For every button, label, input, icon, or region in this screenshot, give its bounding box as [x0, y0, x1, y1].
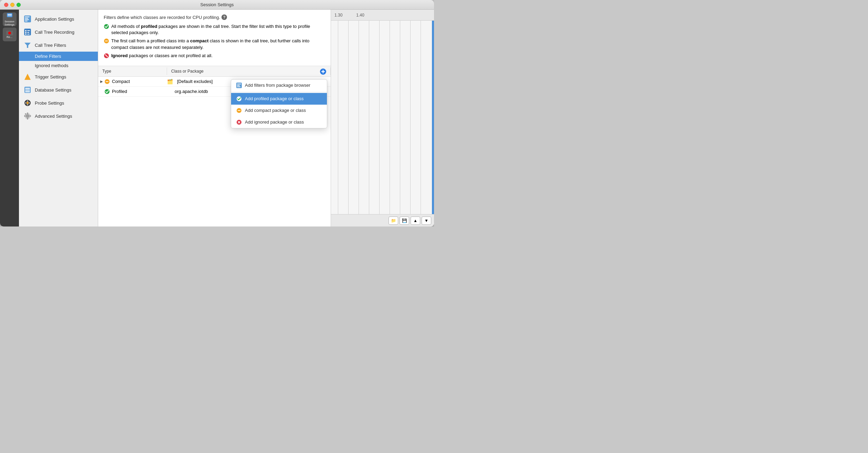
- timeline-line: [410, 21, 411, 214]
- up-button[interactable]: ▲: [411, 217, 420, 225]
- type-column-header: Type: [98, 67, 167, 75]
- timeline-line: [421, 21, 421, 214]
- compact-row-icon: [104, 78, 111, 85]
- main-window: Session Settings SessionSettings Re...: [0, 0, 434, 226]
- probe-settings-icon: [24, 99, 31, 107]
- timeline-panel: 1.30 1.40: [331, 10, 434, 226]
- filter-table: Type Class or Package ▶: [98, 66, 331, 226]
- app-sidebar: SessionSettings Re...: [0, 10, 19, 226]
- sidebar-item-database-settings[interactable]: Database Settings: [19, 83, 98, 96]
- add-compact-icon: [236, 107, 242, 114]
- folder-button[interactable]: 📁: [389, 217, 398, 225]
- add-filter-dropdown: Add filters from package browser Add pro…: [231, 79, 327, 128]
- svg-rect-42: [105, 41, 108, 41]
- compact-text: The first call from a profiled class int…: [111, 38, 325, 50]
- sidebar-item-trigger-settings[interactable]: Trigger Settings: [19, 70, 98, 83]
- compact-minus-icon: [104, 38, 109, 45]
- down-button[interactable]: ▼: [422, 217, 431, 225]
- svg-point-13: [25, 30, 27, 31]
- svg-rect-35: [27, 113, 28, 114]
- trigger-settings-icon: [24, 73, 31, 81]
- save-icon: 💾: [402, 218, 407, 223]
- save-button[interactable]: 💾: [400, 217, 409, 225]
- advanced-settings-icon: [24, 112, 31, 120]
- sidebar-item-call-tree-recording[interactable]: Call Tree Recording: [19, 25, 98, 39]
- add-from-browser-label: Add filters from package browser: [245, 83, 310, 88]
- add-profiled-icon: [236, 96, 242, 102]
- svg-point-17: [25, 33, 27, 35]
- help-icon[interactable]: ?: [221, 14, 227, 20]
- title-bar: Session Settings: [0, 0, 434, 10]
- sidebar-item-call-tree-filters[interactable]: Call Tree Filters: [19, 39, 98, 52]
- add-compact-item[interactable]: Add compact package or class: [231, 105, 327, 116]
- add-ignored-item[interactable]: Add ignored package or class: [231, 116, 327, 128]
- add-ignored-label: Add ignored package or class: [245, 119, 304, 125]
- compact-type-label: Compact: [112, 79, 167, 84]
- folder-icon: 📁: [391, 218, 396, 223]
- call-tree-recording-label: Call Tree Recording: [35, 30, 74, 35]
- expand-icon[interactable]: ▶: [98, 80, 104, 83]
- probe-settings-label: Probe Settings: [35, 101, 64, 106]
- content-header: Filters define which classes are recorde…: [98, 10, 331, 66]
- timeline-line: [369, 21, 369, 214]
- record-icon: [6, 31, 13, 35]
- call-tree-filters-label: Call Tree Filters: [35, 43, 66, 48]
- main-content: Filters define which classes are recorde…: [98, 10, 331, 226]
- svg-point-5: [8, 32, 11, 34]
- timeline-blue-scrollbar[interactable]: [432, 21, 434, 214]
- svg-rect-36: [27, 118, 28, 119]
- session-icon: [6, 12, 13, 19]
- add-profiled-item[interactable]: Add profiled package or class: [231, 93, 327, 105]
- info-line-ignored: Ignored packages or classes are not prof…: [104, 53, 325, 60]
- timeline-toolbar: 📁 💾 ▲ ▼: [331, 214, 434, 226]
- add-from-browser-item[interactable]: Add filters from package browser: [231, 80, 327, 91]
- timeline-line: [400, 21, 400, 214]
- add-profiled-label: Add profiled package or class: [245, 96, 304, 101]
- folder-icon: 🗂️: [167, 79, 173, 84]
- traffic-lights: [4, 3, 21, 7]
- database-settings-icon: [24, 86, 31, 94]
- trigger-settings-label: Trigger Settings: [35, 74, 66, 80]
- minimize-button[interactable]: [10, 3, 14, 7]
- svg-rect-58: [238, 110, 240, 111]
- add-compact-label: Add compact package or class: [245, 108, 306, 113]
- sidebar-item-define-filters[interactable]: Define Filters: [19, 52, 98, 61]
- sidebar-item-advanced-settings[interactable]: Advanced Settings: [19, 109, 98, 123]
- timeline-body: [331, 21, 434, 214]
- svg-rect-10: [25, 21, 28, 21]
- app-settings-icon: [24, 15, 31, 23]
- sidebar-item-record[interactable]: Re...: [3, 28, 17, 41]
- record-label: Re...: [7, 35, 12, 39]
- info-line-compact: The first call from a profiled class int…: [104, 38, 325, 50]
- svg-rect-55: [237, 86, 240, 87]
- dropdown-divider: [231, 92, 327, 92]
- svg-rect-18: [27, 34, 30, 34]
- close-button[interactable]: [4, 3, 8, 7]
- sidebar-item-ignored-methods[interactable]: Ignored methods: [19, 61, 98, 70]
- session-label: SessionSettings: [4, 20, 14, 26]
- sidebar-item-application-settings[interactable]: Application Settings: [19, 12, 98, 25]
- sidebar-item-session[interactable]: SessionSettings: [3, 12, 17, 26]
- timeline-line: [338, 21, 338, 214]
- timeline-marker-2: 1.40: [356, 13, 364, 18]
- svg-rect-8: [25, 18, 28, 19]
- svg-marker-19: [24, 43, 31, 48]
- timeline-line: [379, 21, 380, 214]
- database-settings-label: Database Settings: [35, 87, 71, 93]
- class-column-header: Class or Package: [167, 67, 331, 75]
- window-body: SessionSettings Re...: [0, 10, 434, 226]
- add-filter-button[interactable]: [318, 67, 328, 76]
- no-expand: ▶: [98, 89, 104, 93]
- svg-rect-38: [30, 116, 31, 117]
- package-browser-icon: [236, 82, 242, 88]
- add-ignored-icon: [236, 119, 242, 125]
- profiled-row-icon: [104, 88, 111, 95]
- sidebar-item-probe-settings[interactable]: Probe Settings: [19, 96, 98, 109]
- svg-rect-53: [237, 84, 241, 84]
- svg-rect-50: [106, 81, 108, 82]
- svg-rect-24: [25, 91, 30, 92]
- svg-rect-37: [24, 116, 25, 117]
- maximize-button[interactable]: [17, 3, 21, 7]
- ignored-text: Ignored packages or classes are not prof…: [111, 53, 213, 59]
- svg-rect-9: [25, 19, 29, 20]
